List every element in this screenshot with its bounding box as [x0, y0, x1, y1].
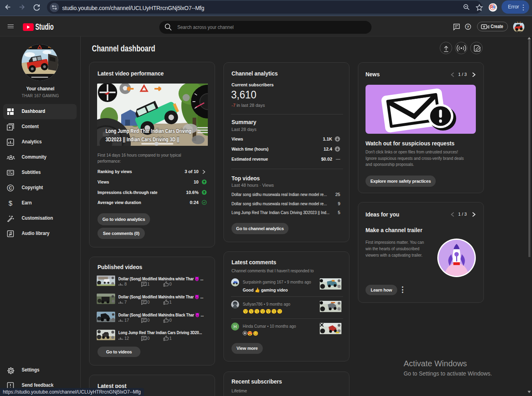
svg-text:Long Jump Red Thar Indian Cars: Long Jump Red Thar Indian Cars Driving [106, 128, 191, 134]
svg-text:$: $ [8, 200, 12, 207]
svg-text:3D2023 || Indian Cars Driving: 3D2023 || Indian Cars Driving 3D || [106, 136, 179, 143]
svg-text:C: C [9, 186, 12, 190]
svg-text:?: ? [467, 24, 469, 29]
